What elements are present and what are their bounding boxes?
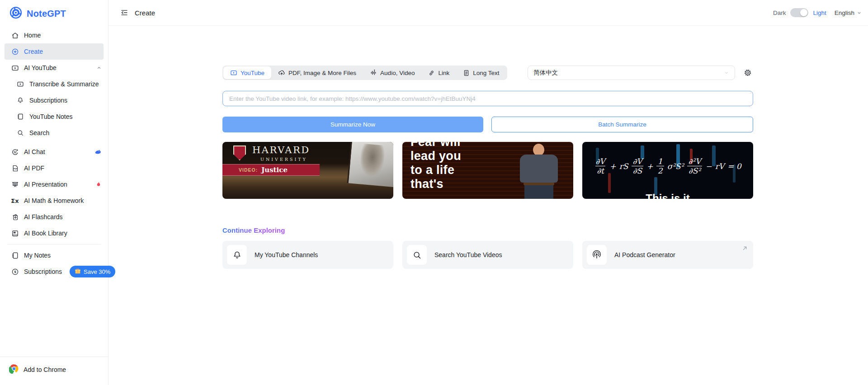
theme-light-label: Light: [813, 9, 826, 16]
sidebar-item-label: AI Book Library: [24, 230, 67, 237]
continue-exploring-heading: Continue Exploring: [222, 226, 285, 234]
svg-text:$: $: [14, 270, 16, 274]
sidebar-item-youtube-notes[interactable]: YouTube Notes: [0, 108, 108, 125]
bell-icon: [227, 245, 247, 265]
sidebar-divider: [7, 244, 101, 244]
tab-link[interactable]: Link: [421, 66, 456, 79]
example-video-harvard-justice[interactable]: HARVARD UNIVERSITY VIDEO: Justice: [222, 142, 393, 199]
example-video-black-scholes[interactable]: ∂V∂t + rS ∂V∂S + 12 σ²S² ∂²V∂S² − rV = 0: [582, 142, 753, 199]
add-to-chrome[interactable]: Add to Chrome: [0, 357, 108, 385]
sidebar-item-transcribe-summarize[interactable]: Transcribe & Summarize: [0, 76, 108, 92]
harvard-title: HARVARD: [252, 145, 310, 155]
sidebar-item-label: Create: [24, 48, 43, 55]
tab-label: Long Text: [473, 70, 499, 76]
chat-smile-icon: [11, 148, 19, 156]
tab-label: Audio, Video: [380, 70, 415, 76]
topbar: Create Dark Light English: [108, 0, 868, 26]
chrome-icon: [9, 364, 19, 375]
app-root: NoteGPT Home Create AI YouTube: [0, 0, 868, 385]
home-icon: [11, 31, 19, 39]
sidebar-item-subscriptions-youtube[interactable]: Subscriptions: [0, 92, 108, 108]
sidebar-item-label: Search: [29, 129, 49, 136]
tab-audio-video[interactable]: Audio, Video: [363, 66, 421, 79]
sidebar-item-label: AI PDF: [24, 164, 44, 172]
chevron-up-icon[interactable]: [96, 65, 102, 70]
card-search-youtube-videos[interactable]: Search YouTube Videos: [402, 241, 573, 269]
chevron-down-icon: [857, 10, 862, 15]
gift-icon: [75, 268, 81, 276]
search-icon: [407, 245, 427, 265]
tab-pdf-image-files[interactable]: PDF, Image & More Files: [271, 66, 363, 79]
save-30-badge[interactable]: Save 30%: [70, 266, 115, 277]
summarize-now-button[interactable]: Summarize Now: [222, 117, 483, 132]
tab-youtube[interactable]: YouTube: [223, 66, 271, 79]
sidebar-item-label: AI YouTube: [24, 64, 57, 71]
sidebar-item-label: AI Chat: [24, 148, 45, 155]
sidebar-item-my-notes[interactable]: My Notes: [0, 247, 108, 263]
sidebar-item-label: Transcribe & Summarize: [29, 80, 99, 88]
youtube-link-input[interactable]: [222, 91, 753, 106]
page-title: Create: [135, 9, 155, 17]
sidebar-item-label: Subscriptions: [24, 268, 62, 275]
sidebar-item-ai-math[interactable]: Σx AI Math & Homework: [0, 192, 108, 209]
badge-label: Save 30%: [84, 268, 110, 275]
book-library-icon: [11, 229, 19, 237]
sidebar: NoteGPT Home Create AI YouTube: [0, 0, 108, 385]
card-ai-podcast-generator[interactable]: AI Podcast Generator: [582, 241, 753, 269]
presentation-board-icon: [11, 180, 19, 188]
sidebar-item-label: My Notes: [24, 252, 51, 259]
cloud-upload-icon: [278, 69, 285, 76]
arrow-up-right-icon[interactable]: [741, 245, 748, 252]
sidebar-item-label: YouTube Notes: [29, 113, 72, 120]
create-plus-icon: [11, 47, 19, 56]
bell-icon: [16, 96, 24, 104]
logo[interactable]: NoteGPT: [0, 0, 108, 21]
link-icon: [428, 70, 435, 76]
banner-label: VIDEO:: [239, 167, 258, 173]
selected-language: 简体中文: [533, 69, 558, 77]
sidebar-item-ai-flashcards[interactable]: AI Flashcards: [0, 209, 108, 225]
tab-long-text[interactable]: Long Text: [456, 66, 506, 79]
sidebar-item-ai-chat[interactable]: AI Chat: [0, 144, 108, 160]
batch-summarize-button[interactable]: Batch Summarize: [491, 117, 753, 132]
tab-label: Link: [438, 70, 449, 76]
lecture-screen: [347, 142, 393, 188]
theme-toggle[interactable]: [790, 8, 808, 17]
sidebar-item-label: AI Presentation: [24, 181, 67, 188]
svg-text:PDF: PDF: [14, 167, 18, 169]
card-my-youtube-channels[interactable]: My YouTube Channels: [222, 241, 393, 269]
sidebar-item-ai-presentation[interactable]: AI Presentation: [0, 176, 108, 192]
tab-label: PDF, Image & More Files: [288, 70, 356, 76]
sidebar-item-label: Subscriptions: [29, 97, 67, 104]
sidebar-item-ai-youtube[interactable]: AI YouTube: [0, 60, 108, 76]
pdf-file-icon: PDF: [11, 164, 19, 172]
sidebar-item-ai-pdf[interactable]: PDF AI PDF: [0, 160, 108, 176]
theme-dark-label: Dark: [773, 9, 786, 16]
collapse-sidebar-icon[interactable]: [120, 9, 128, 17]
video-caption: This is it: [582, 192, 753, 199]
video-justice-banner: VIDEO: Justice: [222, 164, 320, 176]
summary-language-select[interactable]: 简体中文: [528, 66, 735, 80]
sidebar-item-search[interactable]: Search: [0, 125, 108, 141]
youtube-tab-icon: [230, 69, 237, 76]
card-label: Search YouTube Videos: [434, 251, 502, 258]
chevron-down-icon: [724, 70, 729, 75]
sidebar-item-home[interactable]: Home: [0, 27, 108, 43]
black-scholes-equation: ∂V∂t + rS ∂V∂S + 12 σ²S² ∂²V∂S² − rV = 0: [582, 157, 753, 175]
language-switcher[interactable]: English: [835, 9, 862, 16]
sidebar-nav: Home Create AI YouTube: [0, 27, 108, 280]
waveform-icon: [370, 69, 377, 76]
dollar-coin-icon: $: [11, 268, 19, 276]
deepseek-whale-icon: [94, 148, 102, 156]
banner-title: Justice: [261, 166, 288, 174]
sidebar-item-subscriptions[interactable]: $ Subscriptions Save 30%: [0, 263, 108, 280]
logo-text: NoteGPT: [27, 9, 66, 19]
example-video-fear-talk[interactable]: Fear will lead you to a life that's: [402, 142, 573, 199]
sidebar-item-ai-book-library[interactable]: AI Book Library: [0, 225, 108, 241]
sigma-x-icon: Σx: [11, 197, 19, 205]
source-tabbar: YouTube PDF, Image & More Files: [222, 66, 507, 80]
notebook-icon: [16, 113, 24, 121]
sidebar-item-create[interactable]: Create: [5, 43, 104, 60]
speaker-figure: [516, 144, 561, 199]
settings-gear-icon[interactable]: [742, 67, 753, 78]
